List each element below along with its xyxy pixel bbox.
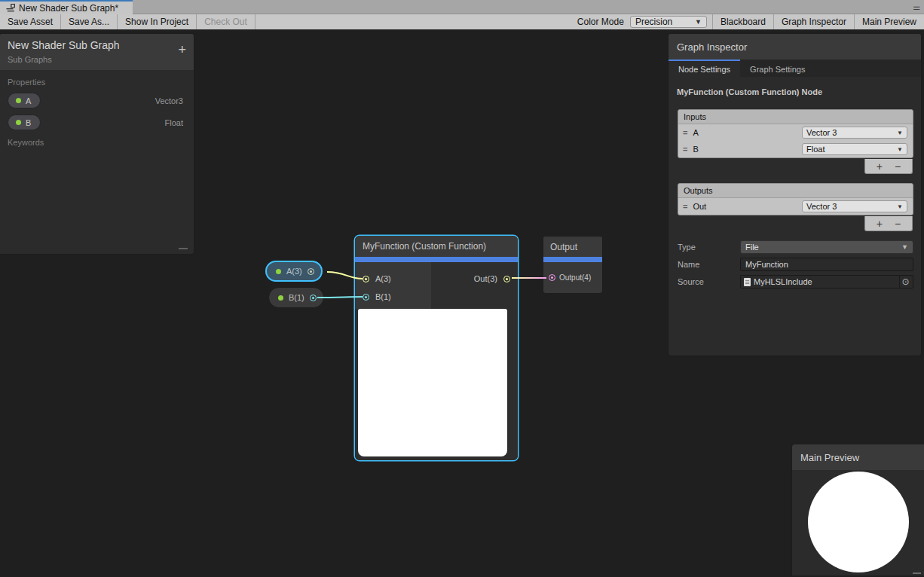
graph-inspector-toggle-button[interactable]: Graph Inspector xyxy=(773,14,854,29)
outputs-row-out[interactable]: = Out Vector 3 ▼ xyxy=(678,198,913,215)
show-in-project-button[interactable]: Show In Project xyxy=(118,14,197,29)
property-node-label: B(1) xyxy=(289,293,304,302)
main-preview-title: Main Preview xyxy=(800,452,859,463)
input-port-row-b: B(1) xyxy=(355,288,431,306)
drag-handle-icon[interactable]: = xyxy=(683,128,687,137)
color-mode-value: Precision xyxy=(635,17,672,27)
output-port-label: Out(3) xyxy=(474,274,497,283)
output-name: Out xyxy=(693,202,797,211)
blackboard-title: New Shader Sub Graph xyxy=(8,39,186,51)
node-preview-area xyxy=(355,309,518,460)
property-node-a[interactable]: A(3) xyxy=(265,261,323,282)
properties-section-label: Properties xyxy=(0,70,194,87)
function-name-input[interactable] xyxy=(740,258,913,271)
input-a-type-dropdown[interactable]: Vector 3 ▼ xyxy=(802,127,907,139)
preview-sphere xyxy=(808,472,909,572)
add-property-button[interactable]: + xyxy=(178,43,186,56)
source-label: Source xyxy=(678,277,740,286)
property-pill-b[interactable]: B xyxy=(8,114,41,130)
add-input-button[interactable]: + xyxy=(877,160,883,172)
drag-handle-icon[interactable]: = xyxy=(683,202,687,211)
save-asset-button[interactable]: Save Asset xyxy=(0,14,61,29)
node-title: Output xyxy=(543,237,602,257)
property-pill-label: A xyxy=(26,96,31,105)
input-name: A xyxy=(693,128,797,137)
save-as-button[interactable]: Save As... xyxy=(61,14,118,29)
exposed-dot xyxy=(16,120,21,125)
input-port-b[interactable] xyxy=(363,294,369,301)
output-type-dropdown[interactable]: Vector 3 ▼ xyxy=(802,200,907,212)
inputs-row-a[interactable]: = A Vector 3 ▼ xyxy=(678,124,913,141)
type-value: File xyxy=(745,243,759,252)
property-pill-label: B xyxy=(26,118,31,127)
blackboard-subtitle: Sub Graphs xyxy=(8,55,186,64)
property-pill-a[interactable]: A xyxy=(8,93,41,108)
input-b-type-dropdown[interactable]: Float ▼ xyxy=(802,143,907,155)
chevron-down-icon: ▼ xyxy=(897,130,903,136)
main-preview-toggle-button[interactable]: Main Preview xyxy=(854,14,924,29)
tab-node-settings[interactable]: Node Settings xyxy=(669,60,740,77)
type-dropdown[interactable]: File ▼ xyxy=(740,240,913,254)
remove-output-button[interactable]: − xyxy=(895,218,901,230)
inputs-list-footer: + − xyxy=(864,159,913,174)
inputs-row-b[interactable]: = B Float ▼ xyxy=(678,141,913,157)
tab-title: New Shader Sub Graph* xyxy=(19,3,118,14)
main-preview-body[interactable] xyxy=(792,470,924,576)
blackboard-resize-handle[interactable] xyxy=(179,248,188,249)
color-mode-label: Color Mode xyxy=(571,14,630,29)
output-node[interactable]: Output Output(4) xyxy=(543,236,603,294)
custom-function-node[interactable]: MyFunction (Custom Function) A(3) B(1) O… xyxy=(355,236,518,460)
node-port-area: A(3) B(1) Out(3) xyxy=(355,262,518,309)
input-a-type-value: Vector 3 xyxy=(806,128,837,137)
source-object-field[interactable]: MyHLSLInclude ⊙ xyxy=(740,275,913,288)
file-asset-icon xyxy=(744,278,751,286)
exposed-property-dot xyxy=(276,269,281,274)
output-node-input-port[interactable] xyxy=(549,274,555,281)
input-name: B xyxy=(693,145,797,154)
shader-graph-icon xyxy=(6,4,15,13)
tab-shader-sub-graph[interactable]: New Shader Sub Graph* xyxy=(0,0,133,14)
source-value: MyHLSLInclude xyxy=(754,277,896,286)
object-picker-icon[interactable]: ⊙ xyxy=(899,276,911,288)
window-tab-bar: New Shader Sub Graph* ⚌ xyxy=(0,0,924,14)
toolbar-spacer xyxy=(255,14,571,29)
inspector-title: Graph Inspector xyxy=(677,41,747,53)
inspector-tab-bar: Node Settings Graph Settings xyxy=(669,60,921,77)
output-port-out[interactable] xyxy=(503,276,510,282)
input-port-row-a: A(3) xyxy=(355,270,431,288)
name-field-row: Name xyxy=(678,258,913,271)
drag-handle-icon[interactable]: = xyxy=(683,145,687,154)
input-port-a[interactable] xyxy=(363,276,369,282)
check-out-button[interactable]: Check Out xyxy=(197,14,255,29)
graph-canvas[interactable]: A(3) B(1) MyFunction (Custom Function) A… xyxy=(0,30,924,577)
outputs-list-footer: + − xyxy=(864,216,913,231)
add-output-button[interactable]: + xyxy=(877,218,883,230)
property-node-label: A(3) xyxy=(286,267,302,276)
input-b-type-value: Float xyxy=(806,145,825,154)
node-input-column: A(3) B(1) xyxy=(355,262,431,309)
preview-resize-handle[interactable] xyxy=(913,572,921,574)
property-node-b[interactable]: B(1) xyxy=(268,287,324,308)
property-a-output-port[interactable] xyxy=(307,268,314,275)
graph-inspector-panel: Graph Inspector Node Settings Graph Sett… xyxy=(668,33,922,356)
property-type-label: Float xyxy=(165,118,183,127)
blackboard-panel: New Shader Sub Graph Sub Graphs + Proper… xyxy=(0,33,194,255)
main-preview-panel: Main Preview xyxy=(791,444,924,575)
selected-node-heading: MyFunction (Custom Function) Node xyxy=(669,77,921,96)
precision-color-strip xyxy=(543,257,602,262)
source-field-row: Source MyHLSLInclude ⊙ xyxy=(678,275,913,288)
color-mode-dropdown[interactable]: Precision ▼ xyxy=(630,16,707,28)
blackboard-toggle-button[interactable]: Blackboard xyxy=(712,14,773,29)
kebab-menu-icon[interactable]: ⚌ xyxy=(913,0,920,14)
blackboard-property-row: B Float xyxy=(8,114,186,130)
blackboard-header[interactable]: New Shader Sub Graph Sub Graphs + xyxy=(0,34,194,70)
name-label: Name xyxy=(678,260,740,269)
chevron-down-icon: ▼ xyxy=(695,18,702,26)
inspector-header[interactable]: Graph Inspector xyxy=(669,34,921,60)
tab-graph-settings[interactable]: Graph Settings xyxy=(740,60,815,77)
property-b-output-port[interactable] xyxy=(310,295,317,301)
main-preview-header[interactable]: Main Preview xyxy=(792,444,924,470)
remove-input-button[interactable]: − xyxy=(895,160,901,172)
outputs-list-header: Outputs xyxy=(678,184,913,198)
chevron-down-icon: ▼ xyxy=(897,203,903,210)
